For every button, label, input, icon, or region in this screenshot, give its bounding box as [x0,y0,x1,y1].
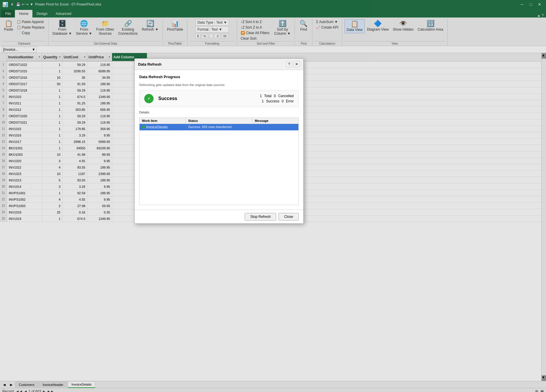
col-work-header: Work Item [140,118,186,124]
data-refresh-dialog: Data Refresh ? ✕ Data Refresh Progress R… [134,58,304,224]
total-row: 1 Total 0 Cancelled [260,94,294,98]
message-cell [253,124,298,130]
details-table-header: Work Item Status Message [140,118,298,124]
dialog-title-controls: ? ✕ [286,61,300,67]
col-message-header: Message [253,118,298,124]
details-data-row[interactable]: InvoiceDetails Success. 603 rows transfe… [140,124,298,130]
dialog-body: Data Refresh Progress Refreshing gets up… [135,70,303,210]
dialog-overlay: Data Refresh ? ✕ Data Refresh Progress R… [0,0,546,392]
stop-refresh-button[interactable]: Stop Refresh [245,213,276,220]
checkmark-icon: ✓ [147,97,150,101]
dialog-footer: Stop Refresh Close [135,210,303,223]
close-dialog-button[interactable]: Close [279,213,299,220]
status-text: Success [158,96,255,101]
work-item-cell: InvoiceDetails [140,124,186,130]
dialog-title-bar: Data Refresh ? ✕ [135,59,303,70]
dialog-help-button[interactable]: ? [286,61,292,67]
details-table: Work Item Status Message InvoiceDetails … [139,118,299,205]
status-cell: Success. 603 rows transferred. [186,124,253,130]
dialog-title: Data Refresh [138,62,161,66]
status-box: ✓ Success 1 Total 0 Cancelled 1 Success … [139,90,299,107]
success-row: 1 Success 0 Error [262,99,294,103]
status-counts: 1 Total 0 Cancelled 1 Success 0 Error [260,94,294,103]
dialog-section-title: Data Refresh Progress [139,75,299,79]
dialog-subtitle: Refreshing gets updated data from the or… [139,83,299,87]
dialog-close-button[interactable]: ✕ [293,61,300,67]
row-status-dot [142,126,145,129]
details-label: Details: [139,111,299,114]
success-icon: ✓ [144,94,154,103]
col-status-header: Status [186,118,253,124]
